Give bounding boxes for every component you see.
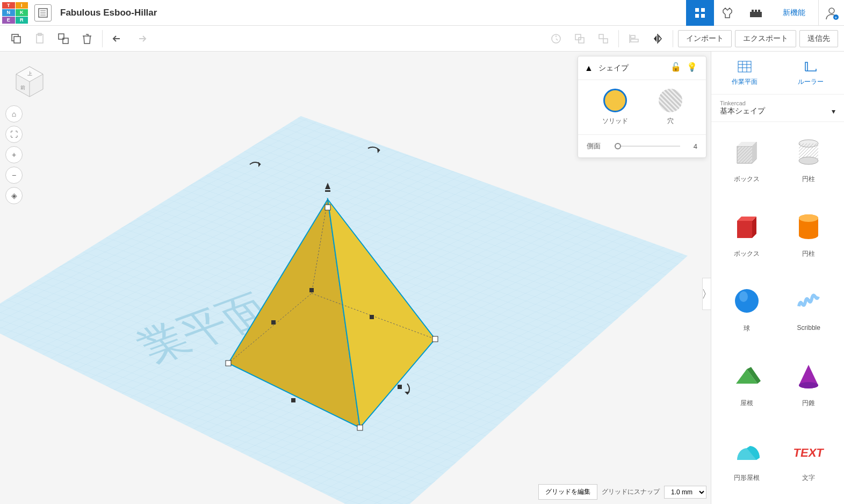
zoom-out-button[interactable]: − [5,167,23,184]
lock-icon[interactable]: 🔓 [670,62,683,75]
workplane-tool[interactable]: 作業平面 [711,52,778,94]
design-list-icon[interactable] [34,4,52,21]
sides-slider[interactable] [615,146,680,147]
new-features-link[interactable]: 新機能 [770,8,818,18]
svg-point-68 [799,157,818,164]
align-button[interactable] [623,28,645,49]
svg-rect-41 [357,425,363,430]
svg-rect-57 [738,61,751,72]
svg-rect-5 [701,8,705,12]
blocks-mode-button[interactable] [686,0,714,26]
svg-rect-48 [325,190,330,192]
shape-roof-green[interactable]: 屋根 [718,352,776,423]
svg-rect-9 [752,10,754,12]
shape-inspector-panel: ▲ シェイプ 🔓 💡 ソリッド 穴 側面 4 [578,56,706,158]
shape-scribble[interactable]: Scribble [780,278,838,348]
svg-rect-7 [701,14,705,18]
undo-button[interactable] [107,28,128,49]
svg-rect-8 [750,12,762,17]
shape-box-hole[interactable]: ボックス [718,128,776,199]
export-button[interactable]: エクスポート [735,30,796,47]
sides-value[interactable]: 4 [687,142,697,150]
svg-text:上: 上 [27,71,32,76]
svg-marker-63 [737,146,752,163]
shape-sphere-blue[interactable]: 球 [718,278,776,348]
shape-cylinder-hole[interactable]: 円柱 [780,128,838,199]
fit-view-button[interactable]: ⛶ [5,126,23,143]
shape-cylinder-orange[interactable]: 円柱 [780,203,838,273]
lego-mode-button[interactable] [742,0,770,26]
svg-rect-28 [631,39,638,42]
svg-rect-39 [309,288,314,292]
svg-marker-69 [737,221,752,238]
home-view-button[interactable]: ⌂ [5,105,23,123]
svg-rect-38 [325,205,330,210]
svg-rect-6 [695,14,699,18]
send-to-button[interactable]: 送信先 [799,30,838,47]
3d-canvas[interactable]: 業平面 上 [0,52,711,504]
svg-point-75 [739,291,748,302]
svg-point-74 [735,289,759,313]
svg-rect-46 [398,385,402,389]
edit-grid-button[interactable]: グリッドを編集 [538,484,597,500]
delete-button[interactable] [76,28,98,49]
user-profile-button[interactable]: + [818,0,844,26]
svg-rect-4 [695,8,699,12]
svg-rect-23 [579,38,584,43]
chevron-down-icon: ▾ [832,107,835,116]
svg-rect-24 [599,34,603,39]
svg-text:前: 前 [20,85,25,90]
import-button[interactable]: インポート [678,30,732,47]
paste-button [29,28,51,49]
shape-panel-title: シェイプ [598,63,667,73]
visibility-button[interactable] [545,28,567,49]
shape-text[interactable]: TEXT文字 [780,427,838,498]
svg-rect-27 [631,35,635,38]
sides-label: 側面 [587,141,608,151]
duplicate-button[interactable] [53,28,74,49]
svg-point-78 [799,382,818,388]
hole-option[interactable]: 穴 [659,89,682,126]
mirror-button[interactable] [647,28,668,49]
project-title[interactable]: Fabulous Esboo-Hillar [60,8,157,18]
ungroup-button[interactable] [593,28,614,49]
svg-rect-42 [432,336,438,342]
svg-rect-40 [226,361,231,366]
sidebar-collapse-button[interactable]: 〉 [702,278,711,310]
svg-text:+: + [834,15,837,20]
snap-label: グリッドにスナップ [602,487,660,496]
shape-cone-purple[interactable]: 円錐 [780,352,838,423]
svg-rect-10 [755,10,757,12]
shape-category-dropdown[interactable]: Tinkercad 基本シェイプ▾ [711,95,844,122]
zoom-in-button[interactable]: + [5,146,23,163]
group-button[interactable] [569,28,590,49]
svg-text:TEXT: TEXT [792,446,825,459]
redo-button [131,28,152,49]
minecraft-mode-button[interactable] [714,0,742,26]
viewcube[interactable]: 上 前 [11,62,48,100]
svg-rect-25 [603,39,608,43]
svg-rect-43 [271,320,276,325]
svg-rect-44 [370,315,374,319]
svg-rect-22 [575,34,581,40]
svg-rect-45 [291,398,295,402]
shape-box-red[interactable]: ボックス [718,203,776,273]
lightbulb-icon[interactable]: 💡 [687,62,699,75]
collapse-icon[interactable]: ▲ [585,63,593,73]
svg-rect-16 [14,37,20,43]
shape-round-roof[interactable]: 円形屋根 [718,427,776,498]
ortho-view-button[interactable]: ◈ [5,187,23,204]
svg-point-12 [829,8,834,13]
ruler-tool[interactable]: ルーラー [778,52,845,94]
svg-point-73 [799,214,818,222]
tinkercad-logo[interactable]: TINKER [2,2,28,24]
solid-option[interactable]: ソリッド [602,89,628,126]
svg-rect-11 [758,10,760,12]
snap-select[interactable]: 1.0 mm [664,486,706,499]
copy-button[interactable] [5,28,27,49]
